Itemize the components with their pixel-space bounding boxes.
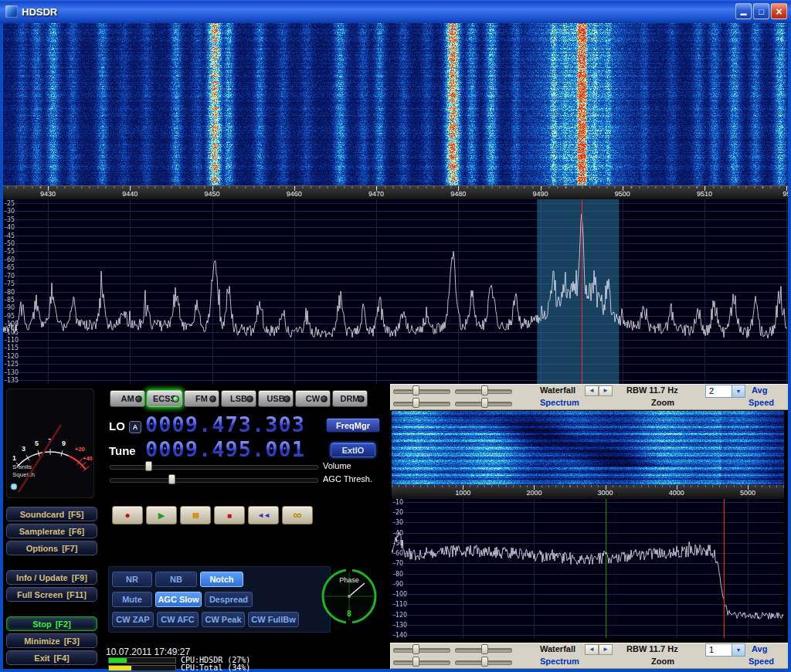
mode-am-button[interactable]: AM: [110, 390, 145, 407]
nav-label: Stop: [32, 619, 51, 629]
avg-select[interactable]: 2 ▼: [705, 385, 745, 398]
freqmgr-button[interactable]: FreqMgr: [326, 418, 380, 433]
mute-button[interactable]: Mute: [112, 592, 152, 607]
maximize-button[interactable]: □: [753, 3, 769, 19]
slider-thumb[interactable]: [412, 644, 419, 654]
cw-fullbw-button[interactable]: CW FullBw: [248, 612, 299, 627]
spectrum-min-slider[interactable]: [455, 657, 512, 667]
slider-track[interactable]: [393, 660, 450, 665]
waterfall-max-slider[interactable]: [393, 385, 450, 395]
minimize-app-button[interactable]: Minimize[F3]: [6, 633, 97, 648]
slider-thumb[interactable]: [412, 385, 419, 395]
titlebar[interactable]: HDSDR ▬ □ ×: [0, 0, 791, 23]
audio-spectrum-display[interactable]: [392, 499, 784, 638]
slider-track[interactable]: [110, 478, 318, 483]
left-arrow-icon[interactable]: ◄: [585, 385, 599, 396]
loop-button[interactable]: ∞: [282, 506, 313, 524]
tune-frequency-value[interactable]: 0009.495.001: [145, 438, 305, 461]
spectrum-min-slider[interactable]: [455, 398, 512, 408]
slider-thumb[interactable]: [481, 398, 488, 408]
soundcard-button[interactable]: Soundcard[F5]: [6, 507, 97, 521]
cw-peak-button[interactable]: CW Peak: [202, 612, 245, 627]
slider-thumb[interactable]: [481, 644, 488, 654]
waterfall-min-slider[interactable]: [455, 644, 512, 654]
squelch-indicator[interactable]: [11, 484, 17, 490]
nb-button[interactable]: NB: [155, 572, 197, 587]
slider-thumb[interactable]: [145, 461, 152, 471]
lo-frequency-value[interactable]: 0009.473.303: [145, 413, 305, 436]
audio-waterfall-display[interactable]: [392, 411, 784, 485]
agc-threshold-slider[interactable]: [110, 474, 318, 484]
samplerate-button[interactable]: Samplerate[F6]: [6, 524, 97, 538]
volume-label: Volume: [323, 461, 351, 470]
lo-auto-badge[interactable]: A: [129, 421, 141, 433]
right-arrow-icon[interactable]: ►: [599, 644, 613, 655]
despread-button[interactable]: Despread: [205, 592, 253, 607]
slider-thumb[interactable]: [412, 398, 419, 408]
minimize-button[interactable]: ▬: [735, 3, 752, 19]
nav-hotkey: [F6]: [69, 527, 84, 536]
audio-freq-label: 4000: [669, 489, 684, 497]
notch-button[interactable]: Notch: [200, 572, 243, 587]
exit-button[interactable]: Exit[F4]: [6, 650, 97, 665]
cw-afc-button[interactable]: CW AFC: [157, 612, 199, 627]
slider-track[interactable]: [110, 465, 318, 470]
mode-drm-button[interactable]: DRM: [332, 390, 368, 407]
rewind-button[interactable]: ◄◄: [248, 506, 279, 524]
waterfall-max-slider[interactable]: [393, 644, 450, 654]
mode-fm-button[interactable]: FM: [184, 390, 219, 407]
extio-button[interactable]: ExtIO: [331, 443, 375, 457]
combo-arrow-icon[interactable]: ▼: [732, 385, 745, 397]
control-panel: 1 3 5 7 9 +20 +40 S-units Squelch Soundc…: [3, 384, 788, 669]
mode-cw-button[interactable]: CW: [295, 390, 331, 407]
record-button[interactable]: ●: [112, 506, 143, 524]
mode-led-icon: [246, 395, 253, 402]
slider-thumb[interactable]: [481, 385, 488, 395]
rf-freq-label: 9450: [204, 190, 219, 198]
nav-hotkey: [F4]: [54, 653, 70, 663]
full-screen-button[interactable]: Full Screen[F11]: [6, 587, 97, 602]
zoom-label: Zoom: [651, 657, 674, 666]
mode-label: AM: [121, 394, 134, 403]
agc-slow-button[interactable]: AGC Slow: [155, 592, 202, 607]
right-arrow-icon[interactable]: ►: [599, 385, 613, 396]
window-title: HDSDR: [22, 6, 57, 18]
waterfall-min-slider[interactable]: [455, 385, 512, 395]
slider-thumb[interactable]: [168, 474, 175, 484]
avg-select[interactable]: 1 ▼: [705, 643, 745, 657]
info-update-button[interactable]: Info / Update[F9]: [6, 570, 97, 585]
spectrum-max-slider[interactable]: [393, 657, 450, 667]
close-button[interactable]: ×: [771, 3, 787, 19]
rbw-label: RBW 11.7 Hz: [626, 644, 678, 653]
mode-lsb-button[interactable]: LSB: [221, 390, 256, 407]
rf-freq-label: 9470: [368, 190, 384, 198]
volume-slider[interactable]: [110, 461, 318, 471]
spectrum-max-slider[interactable]: [393, 398, 450, 408]
waterfall-label: Waterfall: [540, 644, 575, 653]
slider-track[interactable]: [393, 648, 450, 653]
stop-playback-button[interactable]: ■: [214, 506, 245, 524]
audio-frequency-scale[interactable]: 10002000300040005000: [392, 485, 784, 499]
left-arrow-icon[interactable]: ◄: [585, 644, 599, 655]
close-icon: ×: [776, 5, 782, 18]
rf-frequency-scale[interactable]: 94309440945094609470948094909500951095: [3, 185, 788, 199]
avg-label: Avg: [752, 644, 767, 653]
play-button[interactable]: ▶: [146, 506, 177, 524]
pause-button[interactable]: ▮▮: [180, 506, 211, 524]
combo-arrow-icon[interactable]: ▼: [732, 644, 745, 656]
slider-track[interactable]: [393, 389, 450, 394]
rf-waterfall-display[interactable]: [3, 23, 788, 185]
phase-value: 8: [347, 609, 351, 618]
slider-track[interactable]: [393, 402, 450, 406]
slider-thumb[interactable]: [412, 657, 419, 667]
s-meter-label: 9: [62, 440, 66, 447]
options-button[interactable]: Options[F7]: [6, 541, 97, 555]
slider-thumb[interactable]: [481, 657, 488, 667]
mode-usb-button[interactable]: USB: [258, 390, 294, 407]
rf-spectrum-display[interactable]: [3, 199, 788, 384]
mode-ecss-button[interactable]: ECSS: [147, 390, 182, 407]
cw-zap-button[interactable]: CW ZAP: [112, 612, 154, 627]
nr-button[interactable]: NR: [112, 572, 152, 587]
stop-button[interactable]: Stop[F2]: [6, 616, 97, 631]
phase-dial[interactable]: Phase 8: [317, 564, 382, 629]
